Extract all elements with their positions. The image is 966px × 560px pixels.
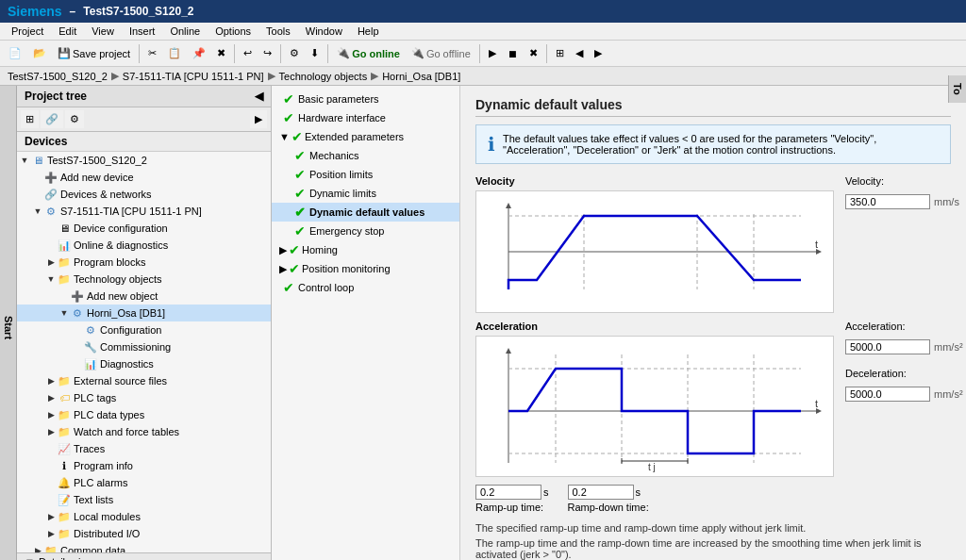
menu-window[interactable]: Window [298,24,350,39]
details-arrow[interactable]: ▼ [25,556,35,560]
tree-item-addDevice[interactable]: ➕ Add new device [17,169,271,186]
back-button[interactable]: ◀ [571,44,588,62]
param-posLimits[interactable]: ✔ Position limits [272,165,459,184]
close-project-button[interactable]: ✖ [525,44,542,62]
tree-icon-traces: 📈 [57,441,72,456]
decel-label-field: Deceleration: [845,368,963,379]
ramp-up-input[interactable] [475,485,541,500]
menu-project[interactable]: Project [4,24,51,39]
svg-text:t: t [815,239,818,250]
tree-item-localMods[interactable]: ▶ 📁 Local modules [17,508,271,525]
top-right-tab[interactable]: To [948,75,966,103]
tree-item-diagnostics[interactable]: 📊 Diagnostics [17,355,271,372]
decel-value-row: mm/s² [845,387,963,402]
tree-item-progBlocks[interactable]: ▶ 📁 Program blocks [17,254,271,271]
menu-options[interactable]: Options [208,24,258,39]
undo-button[interactable]: ↩ [239,44,257,62]
param-posMon[interactable]: ▶ ✔ Position monitoring [272,259,459,278]
param-extended[interactable]: ▼ ✔ Extended parameters [272,127,459,146]
tree-item-devNetworks[interactable]: 🔗 Devices & networks [17,186,271,203]
label-posMon: Position monitoring [302,263,391,274]
start-tab[interactable]: Start [0,86,17,560]
start-cpu-button[interactable]: ▶ [484,44,501,62]
ramp-up-unit: s [543,486,549,498]
menu-tools[interactable]: Tools [258,24,298,39]
breadcrumb-item-0[interactable]: TestS7-1500_S120_2 [8,71,108,82]
sidebar-btn-2[interactable]: 🔗 [41,110,63,128]
cut-button[interactable]: ✂ [143,44,161,62]
breadcrumb: TestS7-1500_S120_2 ▶ S7-1511-TIA [CPU 15… [0,67,966,86]
right-panel: ✔ Basic parameters ✔ Hardware interface … [272,86,966,560]
save-button[interactable]: 💾 Save project [53,44,135,62]
paste-button[interactable]: 📌 [188,44,210,62]
tree-item-cpu[interactable]: ▼ ⚙ S7-1511-TIA [CPU 1511-1 PN] [17,203,271,220]
download-button[interactable]: ⬇ [306,44,324,62]
tree-item-distIO[interactable]: ▶ 📁 Distributed I/O [17,525,271,542]
tree-item-horni[interactable]: ▼ ⚙ Horni_Osa [DB1] [17,305,271,321]
param-dynDefaults[interactable]: ✔ Dynamic default values [272,203,459,222]
forward-button[interactable]: ▶ [590,44,607,62]
redo-button[interactable]: ↪ [258,44,276,62]
menu-online[interactable]: Online [162,24,208,39]
toolbar-sep-3 [280,44,281,63]
acceleration-input[interactable] [845,339,930,354]
tree-item-plcAlarms[interactable]: 🔔 PLC alarms [17,474,271,491]
tree-item-textLists[interactable]: 📝 Text lists [17,491,271,508]
tree-item-techObj[interactable]: ▼ 📁 Technology objects [17,271,271,288]
sidebar-btn-3[interactable]: ⚙ [65,110,84,128]
toolbar-sep-5 [479,44,480,63]
page-title: Dynamic default values [475,97,951,117]
menu-view[interactable]: View [84,24,122,39]
breadcrumb-item-1[interactable]: S7-1511-TIA [CPU 1511-1 PN] [123,71,264,82]
label-basic: Basic parameters [298,93,379,105]
tree-item-commissioning[interactable]: 🔧 Commissioning [17,338,271,355]
velocity-input[interactable] [845,194,930,209]
go-online-button[interactable]: 🔌 Go online [332,44,405,62]
tree-item-plcTags[interactable]: ▶ 🏷 PLC tags [17,389,271,406]
param-basic[interactable]: ✔ Basic parameters [272,90,459,108]
param-controlLoop[interactable]: ✔ Control loop [272,278,459,297]
tree-item-extSrc[interactable]: ▶ 📁 External source files [17,372,271,389]
param-hwInterface[interactable]: ✔ Hardware interface [272,108,459,127]
menu-help[interactable]: Help [350,24,387,39]
go-offline-button[interactable]: 🔌 Go offline [407,44,475,62]
check-mechanics: ✔ [294,148,306,163]
ramp-down-input[interactable] [568,485,634,500]
tree-label-progBlocks: Program blocks [74,256,271,268]
tree-item-watchForce[interactable]: ▶ 📁 Watch and force tables [17,423,271,440]
tree-item-plcDataTypes[interactable]: ▶ 📁 PLC data types [17,406,271,423]
compile-button[interactable]: ⚙ [285,44,304,62]
breadcrumb-item-2[interactable]: Technology objects [279,71,368,82]
menu-edit[interactable]: Edit [51,24,84,39]
copy-button[interactable]: 📋 [163,44,186,62]
open-button[interactable]: 📂 [28,44,51,62]
tree-label-cpu: S7-1511-TIA [CPU 1511-1 PN] [60,206,271,217]
tree-item-progInfo[interactable]: ℹ Program info [17,457,271,474]
stop-cpu-button[interactable]: ⏹ [503,45,523,62]
tree-item-configuration[interactable]: ⚙ Configuration [17,321,271,338]
velocity-field: Velocity: [845,175,959,187]
sidebar-collapse-icon[interactable]: ◀ [255,90,263,103]
tree-item-devConfig[interactable]: 🖥 Device configuration [17,220,271,237]
tree-item-addNew[interactable]: ➕ Add new object [17,288,271,305]
sidebar-btn-1[interactable]: ⊞ [21,110,39,128]
tree-item-root[interactable]: ▼ 🖥 TestS7-1500_S120_2 [17,152,271,169]
overview-button[interactable]: ⊞ [551,44,569,62]
param-mechanics[interactable]: ✔ Mechanics [272,146,459,165]
tree-item-online[interactable]: 📊 Online & diagnostics [17,237,271,254]
new-button[interactable]: 📄 [4,44,26,62]
velocity-row: Velocity t [475,175,951,313]
menu-insert[interactable]: Insert [122,24,163,39]
deceleration-input[interactable] [845,387,930,402]
param-emergStop[interactable]: ✔ Emergency stop [272,222,459,240]
tree-label-devConfig: Device configuration [74,222,271,234]
param-dynLimits[interactable]: ✔ Dynamic limits [272,184,459,203]
title-text: – [70,5,76,18]
breadcrumb-item-3[interactable]: Horni_Osa [DB1] [382,71,460,82]
tree-item-commonData[interactable]: ▶ 📁 Common data [17,542,271,552]
delete-button[interactable]: ✖ [212,44,230,62]
tree-item-traces[interactable]: 📈 Traces [17,440,271,457]
sidebar-btn-expand[interactable]: ▶ [250,110,267,128]
param-homing[interactable]: ▶ ✔ Homing [272,240,459,259]
velocity-value-field[interactable]: mm/s [845,194,959,209]
